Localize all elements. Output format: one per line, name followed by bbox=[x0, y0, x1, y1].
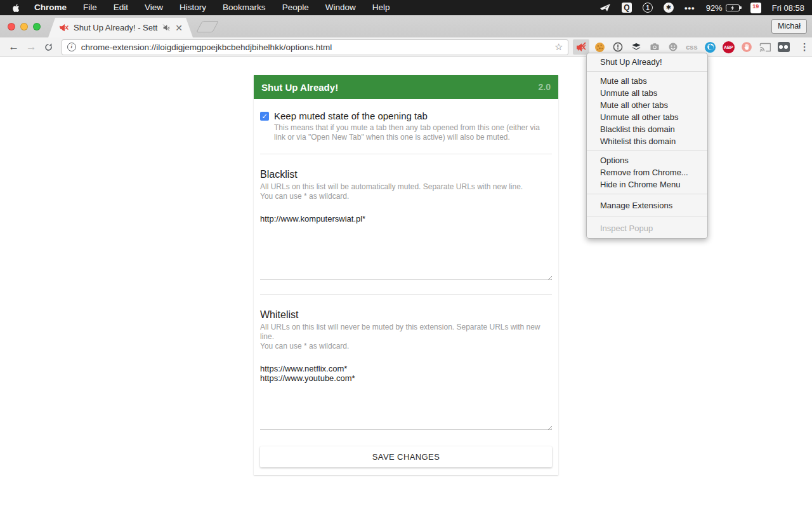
keep-muted-checkbox[interactable]: ✓ bbox=[260, 112, 269, 121]
menubar-clock[interactable]: Fri 08:58 bbox=[772, 3, 804, 13]
blacklist-textarea-wrap: http://www.komputerswiat.pl* bbox=[260, 209, 552, 283]
address-bar[interactable]: i ☆ bbox=[62, 39, 569, 55]
shut-up-already-extension-icon[interactable] bbox=[573, 39, 589, 55]
profile-button[interactable]: Michał bbox=[771, 19, 807, 34]
menubar-status-area: Q 1 ✱ ••• 92% 19 Fri 08:58 bbox=[599, 2, 812, 13]
keep-muted-label[interactable]: Keep muted state of the opening tab bbox=[274, 110, 428, 121]
keep-muted-description: This means that if you mute a tab then a… bbox=[274, 123, 553, 142]
menubar-item-bookmarks[interactable]: Bookmarks bbox=[214, 0, 274, 15]
calendar-icon[interactable]: 19 bbox=[750, 3, 761, 13]
menubar-item-help[interactable]: Help bbox=[364, 0, 398, 15]
fullscreen-window-button[interactable] bbox=[33, 23, 41, 30]
new-tab-button[interactable] bbox=[196, 21, 219, 32]
paper-plane-status-icon[interactable] bbox=[599, 2, 611, 13]
menu-item-whitelist-this-domain[interactable]: Whitelist this domain bbox=[587, 135, 707, 147]
section-divider bbox=[260, 294, 552, 295]
adblock-hand-extension-icon[interactable] bbox=[738, 39, 755, 55]
menubar-item-edit[interactable]: Edit bbox=[105, 0, 136, 15]
whitelist-title: Whitelist bbox=[260, 309, 552, 321]
battery-charging-icon bbox=[726, 4, 740, 11]
back-button[interactable]: ← bbox=[5, 41, 23, 53]
bookmark-star-icon[interactable]: ☆ bbox=[554, 41, 563, 53]
menubar-item-view[interactable]: View bbox=[136, 0, 171, 15]
menu-item-hide-in-chrome-menu[interactable]: Hide in Chrome Menu bbox=[587, 178, 707, 190]
dual-dots-glyph bbox=[778, 42, 790, 52]
menubar-item-file[interactable]: File bbox=[75, 0, 105, 15]
options-card-body: ✓ Keep muted state of the opening tab Th… bbox=[254, 99, 558, 467]
extension-context-menu: Shut Up Already! Mute all tabs Unmute al… bbox=[586, 53, 708, 239]
reload-button[interactable] bbox=[40, 43, 58, 52]
menu-item-remove-from-chrome[interactable]: Remove from Chrome... bbox=[587, 166, 707, 178]
apple-icon[interactable] bbox=[11, 3, 21, 13]
menu-separator bbox=[587, 71, 707, 72]
blacklist-title: Blacklist bbox=[260, 169, 552, 180]
menu-item-unmute-all-other-tabs[interactable]: Unmute all other tabs bbox=[587, 111, 707, 123]
blacklist-description-line1: All URLs on this list will be automatica… bbox=[260, 182, 552, 192]
menubar-left: Chrome File Edit View History Bookmarks … bbox=[0, 0, 398, 15]
options-card: Shut Up Already! 2.0 ✓ Keep muted state … bbox=[254, 75, 558, 475]
forward-button[interactable]: → bbox=[23, 41, 41, 53]
macos-menubar: Chrome File Edit View History Bookmarks … bbox=[0, 0, 812, 15]
close-window-button[interactable] bbox=[8, 23, 15, 30]
menubar-item-people[interactable]: People bbox=[274, 0, 317, 15]
whitelist-textarea[interactable]: https://www.netflix.com* https://www.you… bbox=[260, 359, 552, 430]
window-controls bbox=[8, 23, 41, 30]
calendar-day-label: 19 bbox=[752, 3, 759, 10]
abp-badge-label[interactable]: ABP bbox=[723, 41, 735, 53]
q-status-icon[interactable]: Q bbox=[622, 3, 632, 13]
whitelist-textarea-wrap: https://www.netflix.com* https://www.you… bbox=[260, 359, 552, 432]
chrome-tab-bar: Shut Up Already! - Settings ✕ Michał bbox=[0, 15, 812, 37]
section-divider bbox=[260, 154, 552, 154]
tab-close-icon[interactable]: ✕ bbox=[175, 23, 183, 32]
chrome-overflow-menu-icon[interactable]: ⋮ bbox=[797, 41, 812, 53]
menu-separator bbox=[587, 194, 707, 194]
blacklist-textarea[interactable]: http://www.komputerswiat.pl* bbox=[260, 209, 552, 280]
menubar-app-name[interactable]: Chrome bbox=[26, 0, 75, 15]
cast-icon[interactable] bbox=[757, 39, 773, 55]
abp-extension-icon: ABP bbox=[720, 39, 737, 55]
battery-percent-label: 92% bbox=[706, 3, 723, 13]
menubar-item-window[interactable]: Window bbox=[317, 0, 364, 15]
active-tab[interactable]: Shut Up Already! - Settings ✕ bbox=[48, 18, 193, 37]
save-changes-button[interactable]: SAVE CHANGES bbox=[260, 446, 552, 467]
menu-item-manage-extensions[interactable]: Manage Extensions bbox=[587, 199, 707, 211]
dual-dots-extension-icon[interactable] bbox=[775, 39, 792, 55]
menubar-item-history[interactable]: History bbox=[171, 0, 214, 15]
tab-favicon-muted-speaker-icon bbox=[60, 23, 69, 32]
page-info-icon[interactable]: i bbox=[67, 43, 76, 51]
menu-item-mute-all-other-tabs[interactable]: Mute all other tabs bbox=[587, 99, 707, 111]
menu-item-unmute-all-tabs[interactable]: Unmute all tabs bbox=[587, 87, 707, 99]
menu-item-options[interactable]: Options bbox=[587, 154, 707, 166]
tab-title: Shut Up Already! - Settings bbox=[74, 23, 158, 32]
options-title: Shut Up Already! bbox=[261, 82, 539, 93]
menu-item-extension-title[interactable]: Shut Up Already! bbox=[587, 56, 707, 68]
whitelist-description-line2: You can use * as wildcard. bbox=[260, 342, 552, 351]
circle-one-status-icon[interactable]: 1 bbox=[643, 3, 653, 13]
options-version-label: 2.0 bbox=[539, 82, 551, 92]
minimize-window-button[interactable] bbox=[20, 23, 28, 30]
keep-muted-setting-row[interactable]: ✓ Keep muted state of the opening tab bbox=[260, 110, 552, 121]
whitelist-description-line1: All URLs on this list will never be mute… bbox=[260, 323, 552, 342]
menu-separator bbox=[587, 150, 707, 151]
url-input[interactable] bbox=[81, 43, 549, 52]
battery-indicator[interactable]: 92% bbox=[706, 3, 740, 13]
menu-item-inspect-popup: Inspect Popup bbox=[587, 222, 707, 234]
asterisk-status-icon[interactable]: ✱ bbox=[664, 3, 674, 13]
options-card-header: Shut Up Already! 2.0 bbox=[254, 75, 558, 99]
menu-item-mute-all-tabs[interactable]: Mute all tabs bbox=[587, 75, 707, 87]
tab-audio-muted-icon[interactable] bbox=[162, 23, 171, 32]
ellipsis-status-icon[interactable]: ••• bbox=[684, 2, 695, 13]
menu-item-blacklist-this-domain[interactable]: Blacklist this domain bbox=[587, 123, 707, 135]
menu-separator bbox=[587, 217, 707, 217]
blacklist-description-line2: You can use * as wildcard. bbox=[260, 192, 552, 201]
